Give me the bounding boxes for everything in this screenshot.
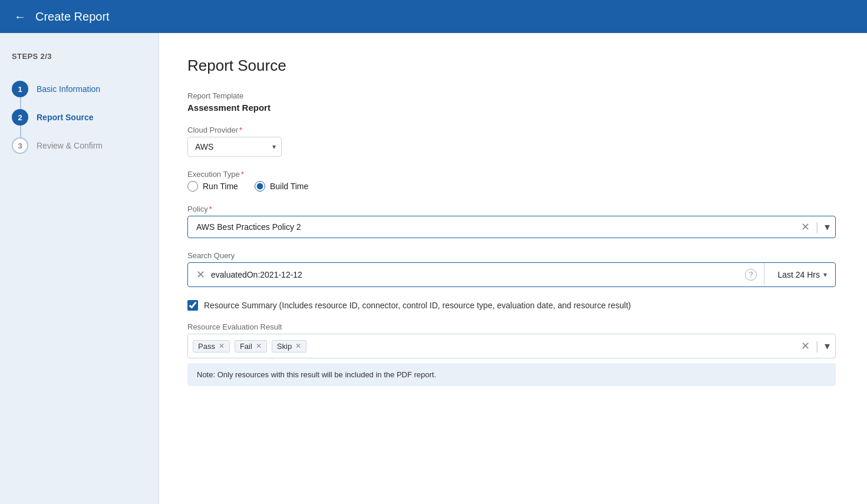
eval-chevron-button[interactable]: ▾ <box>823 338 831 354</box>
tag-pass: Pass ✕ <box>193 340 230 353</box>
tag-skip-label: Skip <box>277 342 292 351</box>
tag-fail-label: Fail <box>240 342 252 351</box>
tag-pass-remove-button[interactable]: ✕ <box>219 342 225 350</box>
search-query-wrapper: ✕ ? Last 24 Hrs ▾ <box>187 262 836 287</box>
search-query-label: Search Query <box>187 251 839 260</box>
radio-option-run-time[interactable]: Run Time <box>187 181 238 192</box>
policy-chevron-button[interactable]: ▾ <box>823 219 831 235</box>
step-list: 1 Basic Information 2 Report Source 3 Re… <box>12 75 147 160</box>
note-box: Note: Only resources with this result wi… <box>187 363 836 386</box>
sidebar-item-review-confirm[interactable]: 3 Review & Confirm <box>12 131 147 160</box>
report-template-value: Assessment Report <box>187 103 839 113</box>
policy-actions: ✕ | ▾ <box>800 219 831 235</box>
policy-required: * <box>209 205 212 213</box>
tag-pass-label: Pass <box>198 342 215 351</box>
step-1-label: Basic Information <box>37 84 100 94</box>
cloud-provider-section: Cloud Provider* AWS Azure GCP ▾ <box>187 126 839 157</box>
eval-result-wrapper: Pass ✕ Fail ✕ Skip ✕ ✕ | ▾ <box>187 334 836 358</box>
help-icon: ? <box>745 269 757 281</box>
time-range-select[interactable]: Last 24 Hrs ▾ <box>764 270 835 279</box>
policy-select-wrapper: ✕ | ▾ <box>187 216 836 238</box>
app-title: Create Report <box>35 10 110 24</box>
policy-section: Policy* ✕ | ▾ <box>187 205 839 238</box>
cloud-provider-wrapper: AWS Azure GCP ▾ <box>187 137 282 157</box>
resource-evaluation-section: Resource Evaluation Result Pass ✕ Fail ✕… <box>187 322 839 386</box>
search-clear-icon: ✕ <box>196 268 205 281</box>
search-help-button[interactable]: ? <box>738 269 764 281</box>
report-template-section: Report Template Assessment Report <box>187 91 839 113</box>
main-layout: STEPS 2/3 1 Basic Information 2 Report S… <box>0 33 867 504</box>
resource-summary-label: Resource Summary (Includes resource ID, … <box>204 301 631 310</box>
step-3-circle: 3 <box>12 137 28 154</box>
radio-build-time[interactable] <box>255 181 265 192</box>
step-1-circle: 1 <box>12 81 28 97</box>
eval-clear-button[interactable]: ✕ <box>800 338 811 354</box>
resource-summary-checkbox[interactable] <box>187 300 198 311</box>
time-range-chevron-icon: ▾ <box>823 271 827 279</box>
report-template-label: Report Template <box>187 91 839 100</box>
app-header: ← Create Report <box>0 0 867 33</box>
step-2-label: Report Source <box>37 113 93 122</box>
tag-fail: Fail ✕ <box>235 340 267 353</box>
radio-build-time-label: Build Time <box>270 182 308 191</box>
step-2-circle: 2 <box>12 109 28 126</box>
page-title: Report Source <box>187 57 839 75</box>
execution-type-label: Execution Type* <box>187 170 839 179</box>
eval-divider: | <box>816 340 819 353</box>
search-query-section: Search Query ✕ ? Last 24 Hrs ▾ <box>187 251 839 287</box>
eval-result-field[interactable]: Pass ✕ Fail ✕ Skip ✕ <box>187 334 836 358</box>
note-text: Note: Only resources with this result wi… <box>197 370 436 379</box>
steps-label: STEPS 2/3 <box>12 52 147 61</box>
radio-run-time[interactable] <box>187 181 198 192</box>
resource-summary-row: Resource Summary (Includes resource ID, … <box>187 300 839 311</box>
sidebar: STEPS 2/3 1 Basic Information 2 Report S… <box>0 33 159 504</box>
execution-type-radio-group: Run Time Build Time <box>187 181 839 192</box>
policy-label: Policy* <box>187 205 839 213</box>
cloud-provider-required: * <box>239 126 242 134</box>
cloud-provider-label: Cloud Provider* <box>187 126 839 134</box>
execution-type-section: Execution Type* Run Time Build Time <box>187 170 839 192</box>
execution-type-required: * <box>241 170 244 179</box>
search-input[interactable] <box>211 264 738 285</box>
tag-skip: Skip ✕ <box>272 340 306 353</box>
step-3-label: Review & Confirm <box>37 141 103 150</box>
policy-input[interactable] <box>187 216 836 238</box>
tag-skip-remove-button[interactable]: ✕ <box>295 342 301 350</box>
radio-run-time-label: Run Time <box>203 182 238 191</box>
content-area: Report Source Report Template Assessment… <box>159 33 867 504</box>
search-clear-button[interactable]: ✕ <box>188 268 211 281</box>
cloud-provider-select[interactable]: AWS Azure GCP <box>187 137 282 157</box>
time-range-label: Last 24 Hrs <box>777 270 820 279</box>
back-button[interactable]: ← <box>14 10 26 24</box>
eval-actions: ✕ | ▾ <box>800 338 831 354</box>
policy-divider: | <box>816 220 819 234</box>
policy-clear-button[interactable]: ✕ <box>800 219 811 235</box>
tag-fail-remove-button[interactable]: ✕ <box>256 342 262 350</box>
sidebar-item-basic-information[interactable]: 1 Basic Information <box>12 75 147 103</box>
sidebar-item-report-source[interactable]: 2 Report Source <box>12 103 147 131</box>
resource-evaluation-label: Resource Evaluation Result <box>187 322 839 331</box>
radio-option-build-time[interactable]: Build Time <box>255 181 308 192</box>
